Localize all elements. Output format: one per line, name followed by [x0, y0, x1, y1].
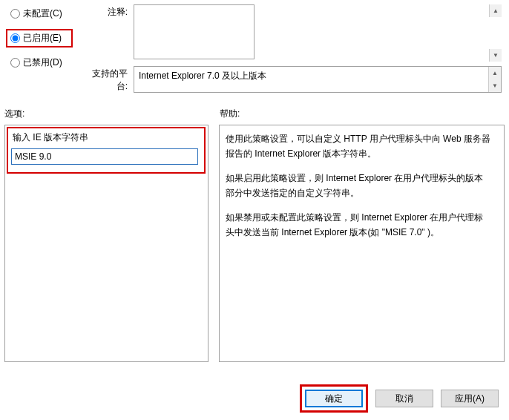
ok-button[interactable]: 确定 — [305, 390, 363, 407]
config-radio-group: 未配置(C) 已启用(E) 已禁用(D) — [7, 4, 82, 97]
comment-textarea[interactable] — [134, 4, 254, 59]
options-panel: 输入 IE 版本字符串 — [4, 125, 208, 362]
platform-label: 支持的平台: — [82, 66, 134, 93]
input-label: 输入 IE 版本字符串 — [11, 128, 201, 148]
ie-version-input[interactable] — [11, 148, 198, 165]
radio-disabled[interactable]: 已禁用(D) — [7, 56, 82, 69]
input-highlight-box: 输入 IE 版本字符串 — [7, 127, 206, 174]
options-section-label: 选项: — [4, 108, 220, 120]
radio-not-configured-input[interactable] — [10, 9, 20, 19]
comment-label: 注释: — [82, 4, 134, 62]
help-paragraph: 如果启用此策略设置，则 Internet Explorer 在用户代理标头的版本… — [226, 171, 490, 201]
help-paragraph: 使用此策略设置，可以自定义 HTTP 用户代理标头中向 Web 服务器报告的 I… — [226, 131, 490, 162]
radio-disabled-label: 已禁用(D) — [23, 56, 62, 69]
radio-disabled-input[interactable] — [10, 58, 20, 68]
apply-button[interactable]: 应用(A) — [441, 390, 499, 407]
radio-not-configured-label: 未配置(C) — [23, 7, 62, 20]
platform-box: Internet Explorer 7.0 及以上版本 ▲ ▼ — [134, 66, 502, 93]
radio-not-configured[interactable]: 未配置(C) — [7, 7, 82, 20]
scroll-down-icon[interactable]: ▼ — [488, 79, 501, 92]
radio-enabled[interactable]: 已启用(E) — [6, 29, 73, 47]
button-bar: 确定 取消 应用(A) — [300, 384, 499, 413]
scroll-down-icon[interactable]: ▼ — [489, 49, 502, 62]
cancel-button[interactable]: 取消 — [375, 390, 433, 407]
help-section-label: 帮助: — [220, 108, 240, 120]
radio-enabled-input[interactable] — [10, 33, 20, 43]
ok-button-highlight: 确定 — [300, 384, 368, 413]
platform-value: Internet Explorer 7.0 及以上版本 — [139, 70, 266, 81]
help-paragraph: 如果禁用或未配置此策略设置，则 Internet Explorer 在用户代理标… — [226, 210, 490, 240]
scroll-up-icon[interactable]: ▲ — [489, 4, 502, 17]
scroll-up-icon[interactable]: ▲ — [488, 67, 501, 79]
help-panel: 使用此策略设置，可以自定义 HTTP 用户代理标头中向 Web 服务器报告的 I… — [219, 125, 505, 362]
radio-enabled-label: 已启用(E) — [23, 32, 62, 45]
